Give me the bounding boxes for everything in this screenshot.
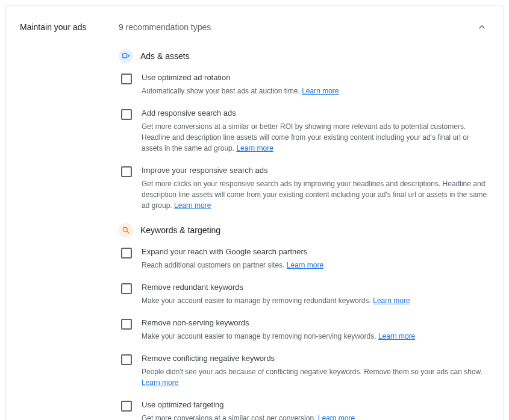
learn-more-link[interactable]: Learn more — [142, 378, 178, 387]
section-icon — [119, 223, 133, 237]
header-subtitle: 9 recommendation types — [119, 22, 475, 32]
item-content: Expand your reach with Google search par… — [142, 247, 489, 271]
item-description-text: People didn't see your ads because of co… — [142, 368, 482, 376]
recommendation-item-remove-redundant-keywords: Remove redundant keywordsMake your accou… — [119, 283, 489, 306]
ads-assets-icon — [122, 52, 130, 60]
item-content: Remove redundant keywordsMake your accou… — [142, 283, 489, 306]
item-title: Improve your responsive search ads — [142, 166, 489, 175]
section-header-keywords-targeting: Keywords & targeting — [119, 223, 489, 237]
item-content: Use optimized targetingGet more conversi… — [142, 400, 489, 420]
content-area: Ads & assetsUse optimized ad rotationAut… — [119, 49, 489, 420]
checkbox-remove-conflicting-negative[interactable] — [121, 354, 132, 365]
item-description: People didn't see your ads because of co… — [142, 366, 489, 388]
recommendation-item-remove-non-serving-keywords: Remove non-serving keywordsMake your acc… — [119, 318, 489, 342]
svg-point-1 — [123, 227, 127, 231]
item-description: Get more clicks on your responsive searc… — [142, 178, 489, 211]
item-description-text: Get more conversions at a similar or bet… — [142, 122, 469, 152]
learn-more-link[interactable]: Learn more — [318, 414, 355, 420]
checkbox-optimized-ad-rotation[interactable] — [121, 74, 132, 84]
header-left: Maintain your ads — [20, 22, 119, 32]
section-title: Keywords & targeting — [140, 225, 220, 235]
item-title: Remove non-serving keywords — [142, 318, 489, 327]
checkbox-improve-responsive-search-ads[interactable] — [121, 166, 132, 177]
section-icon — [119, 49, 133, 63]
recommendation-item-optimized-ad-rotation: Use optimized ad rotationAutomatically s… — [119, 73, 489, 96]
checkbox-add-responsive-search-ads[interactable] — [121, 109, 132, 120]
recommendation-item-expand-search-partners: Expand your reach with Google search par… — [119, 247, 489, 271]
section-title: Ads & assets — [140, 51, 190, 61]
svg-line-2 — [127, 231, 130, 234]
chevron-up-icon — [476, 22, 487, 33]
learn-more-link[interactable]: Learn more — [287, 261, 323, 269]
svg-rect-0 — [123, 54, 127, 58]
checkbox-optimized-targeting[interactable] — [121, 401, 132, 412]
item-description-text: Make your account easier to manage by re… — [142, 332, 376, 340]
item-description-text: Get more conversions at a similar cost p… — [142, 414, 316, 420]
item-description: Make your account easier to manage by re… — [142, 295, 489, 306]
search-icon — [122, 226, 130, 234]
item-title: Add responsive search ads — [142, 108, 489, 118]
item-content: Add responsive search adsGet more conver… — [142, 108, 489, 154]
item-title: Use optimized ad rotation — [142, 73, 489, 82]
item-description: Automatically show your best ads at auct… — [142, 86, 489, 96]
item-content: Improve your responsive search adsGet mo… — [142, 166, 489, 211]
item-description: Get more conversions at a similar cost p… — [142, 413, 489, 420]
section-header-ads-assets: Ads & assets — [119, 49, 489, 63]
item-title: Remove redundant keywords — [142, 283, 489, 292]
recommendation-item-improve-responsive-search-ads: Improve your responsive search adsGet mo… — [119, 166, 489, 211]
recommendation-item-optimized-targeting: Use optimized targetingGet more conversi… — [119, 400, 489, 420]
item-title: Expand your reach with Google search par… — [142, 247, 489, 256]
item-description-text: Automatically show your best ads at auct… — [142, 87, 300, 95]
item-title: Use optimized targeting — [142, 400, 489, 409]
recommendation-item-add-responsive-search-ads: Add responsive search adsGet more conver… — [119, 108, 489, 154]
item-description-text: Reach additional customers on partner si… — [142, 261, 284, 269]
recommendation-item-remove-conflicting-negative: Remove conflicting negative keywordsPeop… — [119, 354, 489, 388]
header-title: Maintain your ads — [20, 22, 87, 32]
item-content: Use optimized ad rotationAutomatically s… — [142, 73, 489, 96]
item-description: Get more conversions at a similar or bet… — [142, 121, 489, 154]
item-content: Remove conflicting negative keywordsPeop… — [142, 354, 489, 388]
card-header: Maintain your ads 9 recommendation types — [20, 15, 489, 44]
checkbox-expand-search-partners[interactable] — [121, 248, 132, 259]
checkbox-remove-non-serving-keywords[interactable] — [121, 319, 132, 330]
item-description: Make your account easier to manage by re… — [142, 331, 489, 342]
learn-more-link[interactable]: Learn more — [236, 144, 273, 152]
item-title: Remove conflicting negative keywords — [142, 354, 489, 363]
recommendations-card: Maintain your ads 9 recommendation types… — [5, 5, 504, 420]
learn-more-link[interactable]: Learn more — [378, 332, 415, 340]
item-description: Reach additional customers on partner si… — [142, 260, 489, 271]
learn-more-link[interactable]: Learn more — [373, 296, 410, 305]
checkbox-remove-redundant-keywords[interactable] — [121, 283, 132, 294]
item-content: Remove non-serving keywordsMake your acc… — [142, 318, 489, 342]
item-description-text: Make your account easier to manage by re… — [142, 296, 371, 305]
learn-more-link[interactable]: Learn more — [302, 87, 339, 95]
collapse-button[interactable] — [475, 20, 489, 34]
learn-more-link[interactable]: Learn more — [174, 201, 211, 210]
